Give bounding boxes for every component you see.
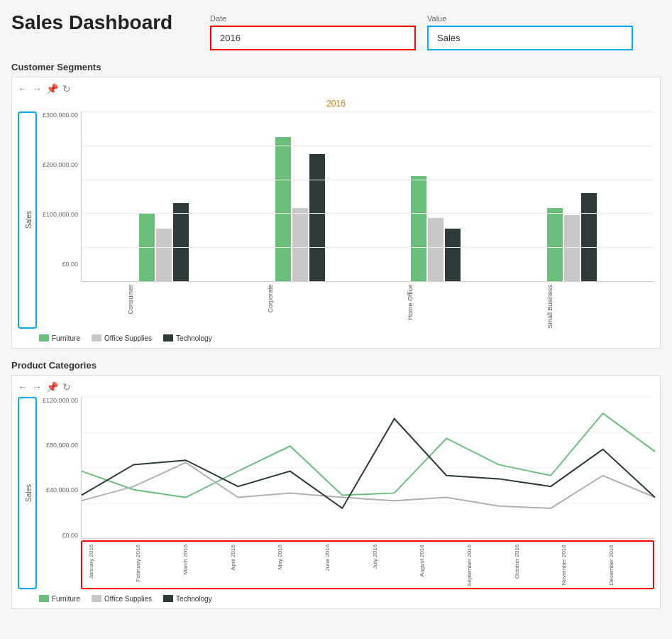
- customer-segments-title: Customer Segments: [11, 62, 661, 72]
- bar-office: [156, 229, 172, 281]
- legend-tech-bar: Technology: [163, 334, 212, 342]
- x-label-line: August 2016: [419, 545, 458, 586]
- y-axis-box-bar: Sales: [18, 111, 37, 329]
- x-label-line: July 2016: [372, 545, 411, 586]
- redo-icon[interactable]: →: [32, 83, 42, 94]
- y-tick-3: £300,000.00: [40, 111, 78, 119]
- pin-icon[interactable]: 📌: [46, 83, 58, 94]
- y-axis-label-bar: Sales: [22, 211, 33, 229]
- y-tick-0: £0.00: [40, 261, 78, 268]
- x-label-bar: Small Business: [546, 285, 595, 329]
- date-input[interactable]: 2016: [210, 26, 416, 50]
- line-chart-legend: Furniture Office Supplies Technology: [18, 595, 654, 603]
- bar-tech: [173, 203, 189, 281]
- legend-furniture-bar: Furniture: [39, 334, 80, 342]
- line-y-tick-0: £0.00: [40, 532, 78, 539]
- y-tick-2: £200,000.00: [40, 161, 78, 168]
- product-categories-title: Product Categories: [11, 360, 661, 371]
- x-label-line: February 2016: [135, 545, 174, 586]
- x-label-line: January 2016: [88, 545, 127, 586]
- bar-group: [411, 176, 461, 281]
- bar-furniture: [275, 137, 291, 281]
- bar-group: [139, 203, 189, 281]
- bar-chart-year: 2016: [18, 99, 654, 109]
- date-filter[interactable]: Date 2016: [210, 14, 416, 50]
- page-header: Sales Dashboard Date 2016 Value Sales: [11, 11, 661, 50]
- line-y-tick-2: £80,000.00: [40, 442, 78, 449]
- furniture-dot: [39, 334, 49, 342]
- bar-chart-legend: Furniture Office Supplies Technology: [18, 334, 654, 342]
- legend-tech-line: Technology: [163, 595, 212, 603]
- line-chart-svg: [81, 397, 654, 539]
- refresh-icon-2[interactable]: ↻: [62, 381, 71, 393]
- bar-x-labels: ConsumerCorporateHome OfficeSmall Busine…: [40, 285, 654, 329]
- office-dot-line: [92, 595, 101, 602]
- value-input[interactable]: Sales: [427, 26, 633, 50]
- bar-chart-inner: [81, 111, 654, 282]
- line-y-tick-1: £40,000.00: [40, 486, 78, 493]
- office-dot: [92, 334, 101, 342]
- bar-group: [547, 193, 597, 281]
- legend-office-line: Office Supplies: [92, 595, 152, 603]
- x-label-line: November 2016: [561, 545, 600, 586]
- x-label-line: May 2016: [277, 545, 316, 586]
- line-y-tick-3: £120,000.00: [40, 397, 78, 404]
- line-x-labels: January 2016February 2016March 2016April…: [84, 545, 651, 586]
- y-tick-1: £100,000.00: [40, 211, 78, 218]
- bar-group: [275, 137, 325, 281]
- bar-office: [428, 218, 444, 281]
- bar-tech: [309, 154, 325, 281]
- furniture-dot-line: [39, 595, 49, 602]
- undo-icon-2[interactable]: ←: [18, 381, 28, 393]
- refresh-icon[interactable]: ↻: [62, 83, 71, 94]
- redo-icon-2[interactable]: →: [32, 381, 42, 393]
- bar-furniture: [411, 176, 426, 281]
- tech-dot: [163, 334, 173, 342]
- office-label-line: Office Supplies: [104, 595, 152, 603]
- x-label-line: March 2016: [182, 545, 221, 586]
- customer-segments-panel: ← → 📌 ↻ 2016 Sales £0.00 £100,000.00 £20…: [11, 77, 661, 349]
- bar-chart-toolbar: ← → 📌 ↻: [18, 83, 654, 94]
- line-chart-toolbar: ← → 📌 ↻: [18, 381, 654, 393]
- bar-tech: [445, 229, 461, 281]
- office-label: Office Supplies: [104, 334, 152, 342]
- pin-icon-2[interactable]: 📌: [46, 381, 58, 393]
- bar-office: [564, 215, 580, 281]
- x-label-line: June 2016: [324, 545, 363, 586]
- legend-office-bar: Office Supplies: [92, 334, 152, 342]
- x-label-bar: Consumer: [127, 285, 175, 329]
- x-axis-red-box: January 2016February 2016March 2016April…: [81, 540, 654, 589]
- product-categories-panel: ← → 📌 ↻ Sales £0.00 £40,000.00 £80,000.0…: [11, 375, 661, 609]
- bar-chart-container: Sales £0.00 £100,000.00 £200,000.00 £300…: [18, 111, 654, 329]
- tech-label: Technology: [176, 334, 212, 342]
- undo-icon[interactable]: ←: [18, 83, 28, 94]
- furniture-label-line: Furniture: [52, 595, 80, 603]
- furniture-label: Furniture: [52, 334, 80, 342]
- value-filter[interactable]: Value Sales: [427, 14, 633, 50]
- tech-dot-line: [163, 595, 173, 602]
- legend-furniture-line: Furniture: [39, 595, 80, 603]
- date-label: Date: [210, 14, 416, 23]
- bar-furniture: [139, 213, 155, 281]
- x-label-bar: Home Office: [407, 285, 455, 329]
- page-title: Sales Dashboard: [11, 11, 196, 34]
- bar-tech: [581, 193, 597, 281]
- x-label-line: April 2016: [230, 545, 269, 586]
- x-label-line: September 2016: [466, 545, 505, 586]
- bar-furniture: [547, 208, 563, 281]
- bar-office: [292, 208, 308, 281]
- y-axis-label-line: Sales: [22, 484, 33, 502]
- filter-group: Date 2016 Value Sales: [210, 14, 633, 50]
- line-chart-container: Sales £0.00 £40,000.00 £80,000.00 £120,0…: [18, 397, 654, 589]
- x-label-bar: Corporate: [267, 285, 315, 329]
- tech-label-line: Technology: [176, 595, 212, 603]
- x-label-line: December 2016: [608, 545, 647, 586]
- value-label: Value: [427, 14, 633, 23]
- y-axis-box-line: Sales: [18, 397, 37, 589]
- x-label-line: October 2016: [514, 545, 553, 586]
